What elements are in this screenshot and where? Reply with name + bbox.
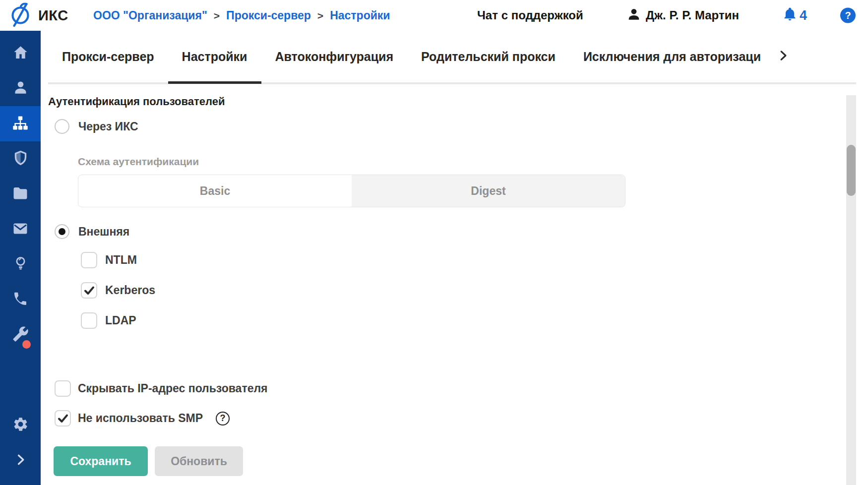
checkbox-kerberos[interactable]: Kerberos (81, 282, 868, 299)
sidebar-item-security[interactable] (0, 141, 41, 177)
checkbox-icon-unchecked (81, 312, 97, 329)
collapse-chevron-icon (13, 453, 27, 469)
checkbox-icon-checked (55, 410, 71, 426)
breadcrumb-organization[interactable]: ООО "Организация" (93, 9, 207, 22)
maintenance-alert-dot (22, 340, 31, 349)
checkbox-label: NTLM (105, 253, 137, 267)
checkbox-hide-ip[interactable]: Скрывать IP-адрес пользователя (55, 380, 868, 397)
segment-digest[interactable]: Digest (352, 175, 625, 207)
bell-icon (783, 7, 797, 24)
support-chat-link[interactable]: Чат с поддержкой (477, 8, 583, 22)
checkbox-ntlm[interactable]: NTLM (81, 252, 868, 268)
checkbox-icon-unchecked (55, 380, 71, 397)
notifications-button[interactable]: 4 (783, 7, 807, 24)
sidebar-item-home[interactable] (0, 36, 41, 71)
checkbox-icon-unchecked (81, 252, 97, 268)
scrollbar-track[interactable] (846, 95, 856, 485)
tab-settings[interactable]: Настройки (168, 32, 261, 84)
checkbox-icon-checked (81, 282, 97, 299)
radio-option-external[interactable]: Внешняя (55, 224, 868, 239)
user-icon (626, 7, 641, 24)
sidebar-item-network[interactable] (0, 106, 41, 141)
checkbox-label: Скрывать IP-адрес пользователя (78, 382, 267, 395)
radio-option-via-iks[interactable]: Через ИКС (55, 119, 868, 134)
tab-proxy-server[interactable]: Прокси-сервер (48, 32, 168, 84)
gear-icon (12, 416, 29, 434)
checkbox-no-smp[interactable]: Не использовать SMP ? (55, 410, 868, 426)
sidebar-item-settings[interactable] (0, 408, 41, 443)
sidebar-item-files[interactable] (0, 177, 41, 212)
logo-text: ИКС (38, 7, 68, 24)
iks-logo-icon (8, 1, 32, 30)
top-header: ИКС ООО "Организация" > Прокси-сервер > … (0, 0, 868, 31)
users-icon (12, 79, 29, 98)
segment-basic[interactable]: Basic (78, 175, 352, 207)
breadcrumb-separator-icon: > (317, 9, 323, 21)
user-name: Дж. Р. Р. Мартин (646, 8, 739, 22)
main-area: Прокси-сервер Настройки Автоконфигурация… (41, 31, 868, 476)
tab-autoconfiguration[interactable]: Автоконфигурация (261, 32, 408, 84)
actions-row: Сохранить Обновить (54, 446, 868, 476)
tab-parent-proxy[interactable]: Родительский прокси (407, 32, 569, 84)
extra-options-group: Скрывать IP-адрес пользователя Не исполь… (55, 380, 868, 426)
checkbox-label: Не использовать SMP (78, 412, 203, 425)
home-icon (12, 44, 29, 62)
radio-icon (55, 119, 69, 134)
shield-icon (12, 150, 29, 168)
sidebar-collapse-button[interactable] (0, 443, 41, 478)
breadcrumb: ООО "Организация" > Прокси-сервер > Наст… (93, 9, 390, 22)
chevron-right-icon (777, 49, 790, 64)
sidebar-item-telephony[interactable] (0, 282, 41, 317)
app-logo[interactable]: ИКС (8, 1, 68, 30)
settings-panel: Аутентификация пользователей Через ИКС С… (41, 95, 868, 476)
radio-label: Внешняя (78, 225, 129, 239)
sidebar-spacer (0, 353, 41, 408)
smp-help-icon[interactable]: ? (216, 412, 230, 425)
auth-scheme-label: Схема аутентификации (78, 156, 868, 168)
external-methods-group: NTLM Kerberos LDAP (81, 252, 868, 329)
user-menu[interactable]: Дж. Р. Р. Мартин (626, 7, 739, 24)
breadcrumb-proxy-server[interactable]: Прокси-сервер (226, 9, 311, 22)
sidebar-item-users[interactable] (0, 71, 41, 106)
breadcrumb-settings[interactable]: Настройки (330, 9, 390, 22)
tabs-overflow-button[interactable] (777, 49, 790, 64)
help-button[interactable]: ? (840, 8, 856, 23)
tab-bar: Прокси-сервер Настройки Автоконфигурация… (48, 31, 856, 84)
save-button[interactable]: Сохранить (54, 446, 148, 476)
section-title: Аутентификация пользователей (48, 95, 868, 108)
checkbox-label: Kerberos (105, 284, 155, 297)
sidebar-item-maintenance[interactable] (0, 317, 41, 353)
notifications-count-badge: 4 (800, 8, 807, 23)
sidebar-item-mail[interactable] (0, 212, 41, 247)
refresh-button[interactable]: Обновить (155, 446, 243, 476)
checkbox-label: LDAP (105, 314, 136, 327)
tab-auth-exceptions[interactable]: Исключения для авторизаци (569, 32, 775, 84)
scrollbar-thumb[interactable] (847, 145, 856, 196)
radio-icon-selected (55, 224, 69, 239)
checkbox-ldap[interactable]: LDAP (81, 312, 868, 329)
auth-scheme-group: Схема аутентификации Basic Digest (78, 156, 868, 207)
sidebar-item-ideas[interactable] (0, 247, 41, 282)
mail-icon (12, 220, 29, 239)
network-icon (12, 115, 29, 133)
folder-icon (12, 185, 29, 204)
lightbulb-icon (13, 255, 28, 274)
radio-label: Через ИКС (78, 120, 138, 133)
auth-scheme-segmented-control: Basic Digest (78, 175, 625, 207)
sidebar-nav (0, 31, 41, 485)
phone-icon (12, 291, 28, 309)
breadcrumb-separator-icon: > (214, 9, 220, 21)
